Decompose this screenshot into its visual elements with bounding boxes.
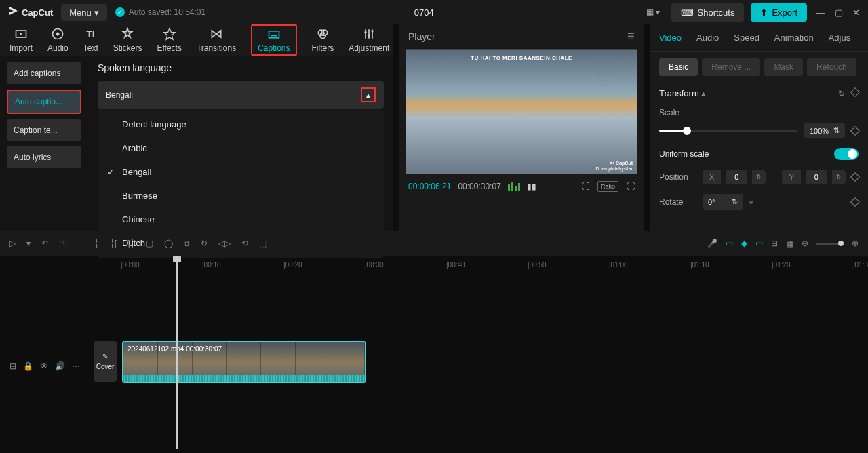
lang-option[interactable]: Detect language (98, 113, 384, 136)
layout-icon[interactable]: ▦ ▾ (642, 3, 664, 21)
tab-import[interactable]: Import (9, 27, 33, 53)
subtab-remove[interactable]: Remove ... (702, 58, 760, 76)
more-icon[interactable]: ⋯ (72, 361, 80, 371)
chevron-up-icon[interactable]: ▴ (361, 87, 376, 102)
tab-transitions[interactable]: Transitions (197, 27, 236, 53)
language-panel: Spoken language Bengali ▴ Detect languag… (88, 56, 393, 264)
track-controls: ⊟ 🔒 👁 🔊 ⋯ (9, 361, 80, 371)
align-icon[interactable]: ⊟ (771, 239, 778, 248)
upload-icon: ⬆ (760, 7, 768, 18)
prop-tab-speed[interactable]: Speed (734, 33, 760, 43)
tab-effects[interactable]: Effects (157, 27, 181, 53)
tracks-area[interactable]: ⊟ 🔒 👁 🔊 ⋯ ✎ Cover 20240612102.mp4 00:00:… (0, 273, 868, 436)
subtab-retouch[interactable]: Retouch (807, 58, 856, 76)
focus-icon[interactable]: ⛶ (581, 182, 589, 191)
language-select[interactable]: Bengali ▴ (98, 81, 384, 109)
subtab-mask[interactable]: Mask (764, 58, 803, 76)
prop-tab-animation[interactable]: Animation (774, 33, 814, 43)
keyframe-icon[interactable] (850, 87, 860, 96)
link-icon[interactable]: ◆ (741, 239, 747, 248)
tab-text[interactable]: TIText (83, 27, 98, 53)
ratio-button[interactable]: Ratio (597, 181, 618, 192)
ruler-tick: |01:00 (609, 261, 628, 269)
caption-templates-btn[interactable]: Caption te... (7, 119, 81, 141)
position-label: Position (659, 172, 697, 182)
collapse-icon[interactable]: ⊟ (9, 361, 16, 371)
uniform-scale-toggle[interactable] (834, 148, 859, 160)
language-dropdown: Detect language Arabic Bengali Burmese C… (98, 110, 384, 258)
pause-button[interactable]: ▮▮ (527, 182, 536, 191)
video-clip[interactable]: 20240612102.mp4 00:00:30:07 (122, 341, 366, 383)
export-button[interactable]: ⬆ Export (751, 3, 807, 22)
ruler-tick: |00:10 (202, 261, 221, 269)
lang-option[interactable]: Dutch (98, 231, 384, 255)
y-stepper[interactable]: ⇅ (832, 170, 846, 184)
y-label: Y (782, 170, 800, 184)
auto-captions-btn[interactable]: Auto captio... (7, 90, 81, 114)
add-captions-btn[interactable]: Add captions (7, 62, 81, 84)
zoom-out-icon[interactable]: ⊖ (802, 239, 808, 248)
x-input[interactable]: 0 (726, 170, 747, 184)
visibility-icon[interactable]: 👁 (40, 361, 48, 371)
chevron-down-icon[interactable]: ▾ (26, 239, 31, 248)
tab-captions[interactable]: Captions (251, 24, 296, 56)
grid-icon[interactable]: ▦ (786, 239, 793, 248)
undo-button[interactable]: ↶ (41, 239, 48, 248)
reset-icon[interactable]: ↻ (838, 89, 845, 98)
lock-icon[interactable]: 🔒 (23, 361, 33, 371)
tab-stickers[interactable]: Stickers (113, 27, 142, 53)
mute-icon[interactable]: 🔊 (55, 361, 65, 371)
tab-adjustment[interactable]: Adjustment (349, 27, 389, 53)
magnet-icon[interactable]: ▭ (726, 239, 733, 248)
mic-icon[interactable]: 🎤 (707, 239, 717, 248)
tab-filters[interactable]: Filters (312, 27, 334, 53)
svg-rect-4 (269, 31, 279, 38)
audio-waveform (123, 375, 365, 382)
audio-levels-icon (508, 182, 520, 191)
lang-option[interactable]: Burmese (98, 184, 384, 208)
auto-lyrics-btn[interactable]: Auto lyrics (7, 146, 81, 168)
transform-section: Transform ▴ (659, 88, 706, 98)
x-stepper[interactable]: ⇅ (752, 170, 766, 184)
lang-option[interactable]: Arabic (98, 136, 384, 160)
tab-audio[interactable]: Audio (47, 27, 68, 53)
rotate-value[interactable]: 0°⇅ (703, 194, 743, 210)
keyframe-icon[interactable] (850, 197, 860, 206)
prop-tab-video[interactable]: Video (659, 33, 682, 43)
rotate-label: Rotate (659, 197, 697, 207)
subtab-basic[interactable]: Basic (659, 58, 698, 76)
scale-value[interactable]: 100%⇅ (804, 123, 845, 138)
keyboard-icon: ⌨ (681, 7, 694, 18)
svg-point-13 (368, 35, 370, 37)
y-input[interactable]: 0 (806, 170, 827, 184)
prop-tab-adjustment[interactable]: Adjus (829, 33, 851, 43)
total-time: 00:00:30:07 (458, 182, 500, 191)
document-title: 0704 (214, 7, 634, 18)
fullscreen-icon[interactable]: ⛶ (627, 182, 635, 191)
shortcuts-button[interactable]: ⌨ Shortcuts (671, 3, 745, 22)
keyframe-icon[interactable] (850, 172, 860, 182)
lang-option[interactable]: Bengali (98, 160, 384, 184)
hamburger-icon[interactable]: ☰ (627, 32, 635, 41)
player-title: Player (408, 31, 435, 42)
ruler-tick: |01:20 (772, 261, 791, 269)
pointer-icon[interactable]: ▷ (9, 239, 16, 248)
maximize-button[interactable]: ▢ (835, 7, 843, 18)
timeline-ruler[interactable]: |00:00|00:10|00:20|00:30|00:40|00:50|01:… (0, 256, 868, 273)
video-preview[interactable]: TU HAI TO MERI SAANSEIN CHALE ˘ ˘ ˘ ˘ ˘ … (406, 49, 637, 174)
preview-icon[interactable]: ▭ (755, 239, 763, 248)
playhead[interactable] (176, 256, 178, 449)
scale-slider[interactable] (659, 130, 797, 132)
minimize-button[interactable]: — (816, 7, 825, 18)
zoom-in-icon[interactable]: ⊕ (852, 239, 859, 248)
prop-tab-audio[interactable]: Audio (696, 33, 719, 43)
keyframe-icon[interactable] (850, 125, 860, 135)
redo-button[interactable]: ↷ (59, 239, 66, 248)
lang-option[interactable]: Chinese (98, 208, 384, 231)
rotate-dial-icon[interactable]: ● (749, 197, 753, 207)
close-button[interactable]: ✕ (852, 7, 860, 18)
edit-icon: ✎ (102, 353, 108, 360)
ruler-tick: |00:40 (446, 261, 465, 269)
cover-button[interactable]: ✎ Cover (94, 341, 117, 382)
menu-button[interactable]: Menu ▾ (61, 4, 107, 21)
